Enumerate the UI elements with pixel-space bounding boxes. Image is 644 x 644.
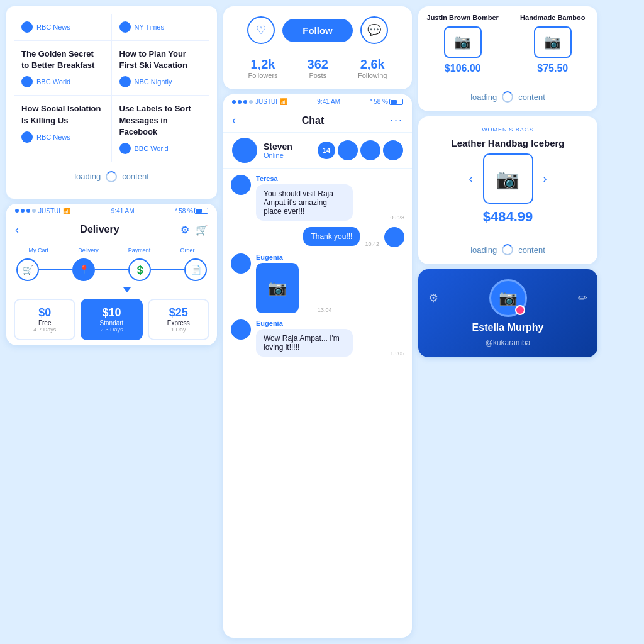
list-item[interactable]: Justin Brown Bomber 📷 $106.00 <box>418 6 508 82</box>
news-title: Use Labels to Sort Messages in Facebook <box>119 103 203 138</box>
step-label-payment: Payment <box>128 247 151 253</box>
profile-actions: ♡ Follow 💬 <box>233 16 402 44</box>
list-item[interactable]: Handmade Bamboo 📷 $75.50 <box>508 6 598 82</box>
battery-fill <box>196 209 202 213</box>
bluetooth-icon: * <box>370 98 372 105</box>
source-dot <box>21 131 33 143</box>
list-item[interactable]: The Golden Secret to Better Breakfast BB… <box>14 41 112 96</box>
message-content: Eugenia 📷 <box>256 253 313 313</box>
battery-fill <box>391 100 397 104</box>
status-bar: JUSTUI 📶 9:41 AM * 58 % <box>6 204 217 218</box>
more-options-button[interactable]: ··· <box>390 114 403 127</box>
sender-name: Teresa <box>256 175 385 182</box>
user-handle: @kukaramba <box>486 338 531 347</box>
news-title: How to Plan Your First Ski Vacation <box>119 48 203 71</box>
time-label: 9:41 AM <box>111 208 135 214</box>
loading-spinner <box>106 171 117 182</box>
user-status: Online <box>264 152 311 159</box>
list-item[interactable]: How to Plan Your First Ski Vacation NBC … <box>112 41 210 96</box>
filter-icon[interactable]: ⚙ <box>180 224 189 236</box>
delivery-header: ‹ Delivery ⚙ 🛒 <box>6 218 217 242</box>
signal-dot <box>15 209 19 213</box>
battery-bar <box>194 208 208 214</box>
shop-top-card: Justin Brown Bomber 📷 $106.00 Handmade B… <box>418 6 597 111</box>
price-express[interactable]: $25 Express 1 Day <box>148 299 209 340</box>
news-title: The Golden Secret to Better Breakfast <box>21 48 104 71</box>
back-button[interactable]: ‹ <box>232 114 236 127</box>
user-name: Estella Murphy <box>472 322 544 333</box>
content-text: content <box>122 172 149 181</box>
signal-dot <box>32 209 36 213</box>
steps-track: 🛒 📍 💲 📄 <box>6 256 217 286</box>
page-title: Delivery <box>80 224 119 235</box>
header-icons: ⚙ 🛒 <box>180 224 208 236</box>
price-free[interactable]: $0 Free 4-7 Days <box>14 299 75 340</box>
edit-icon[interactable]: ✏ <box>578 291 587 305</box>
avatar <box>231 175 251 195</box>
message-time: 10:42 <box>365 241 379 247</box>
source-dot <box>119 143 131 154</box>
shop-detail: WOMEN'S BAGS Leather Handbag Iceberg ‹ 📷… <box>418 116 597 235</box>
step-delivery[interactable]: 📍 <box>72 258 95 281</box>
avatar: 📷 <box>489 279 527 317</box>
message-bubble: You should visit Raja Ampat it's amazing… <box>256 184 353 221</box>
followers-label: Followers <box>248 72 278 79</box>
price-standard[interactable]: $10 Standart 2-3 Days <box>80 299 142 340</box>
message-content: Eugenia Wow Raja Ampat... I'm loving it!… <box>256 319 385 357</box>
chat-title: Chat <box>302 115 325 126</box>
back-button[interactable]: ‹ <box>15 223 19 236</box>
step-cart[interactable]: 🛒 <box>16 258 39 281</box>
avatar <box>231 319 251 340</box>
next-button[interactable]: › <box>543 172 547 186</box>
price-amount: $10 <box>87 306 136 319</box>
battery-percent: 58 % <box>374 98 388 105</box>
prev-button[interactable]: ‹ <box>469 172 473 186</box>
news-item-rbc: RBC News <box>14 14 112 41</box>
source-dot <box>21 76 33 87</box>
product-image: 📷 <box>534 26 572 58</box>
content-text: content <box>518 92 545 102</box>
posts-count: 362 <box>308 57 328 72</box>
source-name: RBC News <box>36 133 70 141</box>
profile-stats: 1,2k Followers 362 Posts 2,6k Following <box>233 52 402 79</box>
loading-bar: loading content <box>418 82 597 111</box>
bluetooth-icon: * <box>175 208 177 214</box>
product-image: 📷 <box>483 153 533 204</box>
message-button[interactable]: 💬 <box>360 16 388 44</box>
chat-circle-1 <box>338 140 358 160</box>
column-2: ♡ Follow 💬 1,2k Followers 362 Posts 2,6k… <box>223 6 412 638</box>
wifi-icon: 📶 <box>63 208 70 214</box>
delivery-steps: My Cart Delivery Payment Order <box>6 242 217 256</box>
list-item[interactable]: How Social Isolation Is Killing Us RBC N… <box>14 96 112 162</box>
loading-bar: loading content <box>418 235 597 264</box>
chat-status-bar: JUSTUI 📶 9:41 AM * 58 % <box>223 94 412 109</box>
settings-icon[interactable]: ⚙ <box>428 291 438 305</box>
message-content: Teresa You should visit Raja Ampat it's … <box>256 175 385 221</box>
like-button[interactable]: ♡ <box>247 16 275 44</box>
message-image: 📷 <box>256 263 299 313</box>
news-item-nytimes: NY Times <box>112 14 210 41</box>
product-price: $75.50 <box>537 63 568 74</box>
step-label-delivery: Delivery <box>78 247 99 253</box>
cart-icon[interactable]: 🛒 <box>196 224 208 236</box>
chat-bubble-row: 14 <box>318 140 403 160</box>
product-price: $484.99 <box>483 209 533 225</box>
posts-label: Posts <box>308 72 328 79</box>
time-label: 9:41 AM <box>317 98 340 105</box>
news-top-card: RBC News NY Times The Golden Secret to B… <box>6 6 217 199</box>
chat-messages: Teresa You should visit Raja Ampat it's … <box>223 169 412 363</box>
step-line <box>39 269 72 270</box>
step-order[interactable]: 📄 <box>184 258 207 281</box>
sender-name: Eugenia <box>256 253 313 261</box>
product-category: WOMEN'S BAGS <box>482 126 534 133</box>
price-label: Express <box>154 319 203 326</box>
follow-button[interactable]: Follow <box>282 19 353 42</box>
loading-text: loading <box>74 172 101 181</box>
list-item[interactable]: Use Labels to Sort Messages in Facebook … <box>112 96 210 162</box>
signal-dot <box>232 100 236 104</box>
camera-icon: 📷 <box>499 289 518 307</box>
step-payment[interactable]: 💲 <box>128 258 151 281</box>
status-badge <box>515 305 525 315</box>
signal-dot <box>21 209 25 213</box>
source-dot-nytimes <box>119 21 131 33</box>
